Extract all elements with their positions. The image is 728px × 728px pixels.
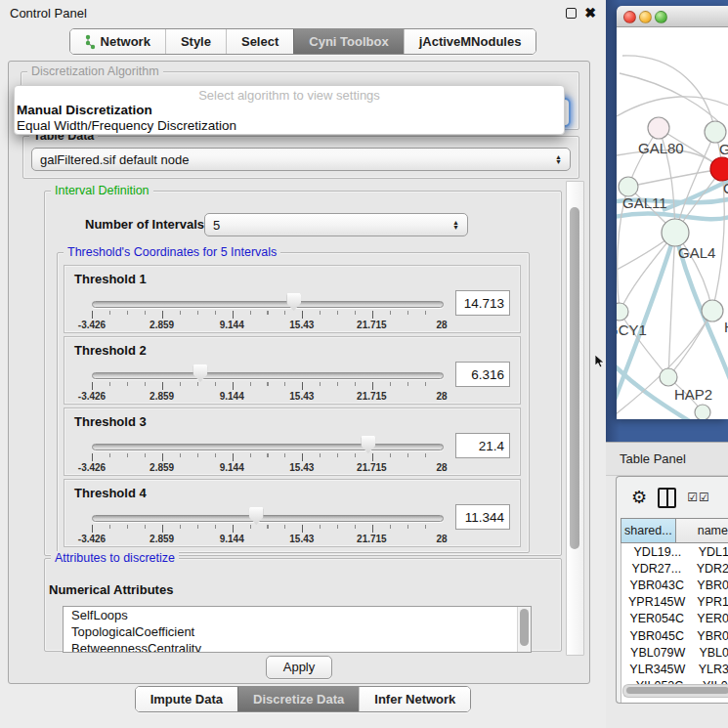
cyni-toolbox-panel: Discretization Algorithm Table Data galF… [8, 61, 590, 684]
threshold-slider[interactable]: -3.4262.8599.14415.4321.71528 [92, 266, 442, 332]
table-row[interactable]: YER054CYER0 [621, 611, 728, 627]
cell-shared-name[interactable]: YLR345W [621, 663, 694, 676]
table-rows[interactable]: YDL19...YDL1YDR27...YDR2YBR043CYBR0YPR14… [621, 543, 728, 703]
threshold-slider[interactable]: -3.4262.8599.14415.4321.71528 [92, 480, 442, 546]
apply-button[interactable]: Apply [266, 656, 332, 679]
dropdown-item-equal-width[interactable]: Equal Width/Frequency Discretization [15, 118, 564, 134]
network-node[interactable] [702, 300, 723, 321]
number-of-intervals-combobox[interactable]: 5 ▲▼ [204, 213, 468, 236]
threshold-box: Threshold 2 -3.4262.8599.14415.4321.7152… [64, 336, 521, 405]
network-node[interactable] [617, 303, 628, 321]
table-row[interactable]: YBR043CYBR0 [621, 577, 728, 593]
slider-track[interactable] [92, 301, 444, 308]
dropdown-prompt-item[interactable]: Select algorithm to view settings [15, 86, 564, 103]
table-row[interactable]: YPR145WYPR1 [621, 594, 728, 611]
cell-name[interactable]: YDL1 [694, 545, 728, 559]
close-icon[interactable]: ✖ [584, 7, 596, 19]
cell-shared-name[interactable]: YBR043C [621, 578, 692, 592]
cell-name[interactable]: YBR0 [692, 629, 728, 643]
column-header-name[interactable]: name [676, 518, 728, 543]
tick-label: 21.715 [357, 534, 387, 544]
tab-select[interactable]: Select [226, 29, 293, 54]
thresholds-group: Threshold's Coordinates for 5 Intervals … [57, 252, 530, 553]
table-data-combobox[interactable]: galFiltered.sif default node ▲▼ [31, 148, 571, 171]
cell-name[interactable]: YLR3 [694, 663, 728, 676]
mac-zoom-icon[interactable] [655, 11, 667, 23]
table-row[interactable]: YBL079WYBL0 [621, 644, 728, 661]
network-canvas[interactable]: GAL80GACGAL11GAL4GCY1HHAP2 [617, 27, 728, 419]
cell-shared-name[interactable]: YDL19... [621, 545, 694, 559]
tick-label: 15.43 [289, 534, 314, 544]
top-tab-bar: Network Style Select Cyni Toolbox jActiv… [0, 28, 606, 55]
network-node[interactable] [705, 121, 726, 143]
select-columns-icon[interactable]: ☑☑ [687, 491, 710, 504]
mac-minimize-icon[interactable] [639, 11, 652, 23]
slider-thumb[interactable] [286, 293, 301, 311]
table-row[interactable]: YLR345WYLR3 [621, 661, 728, 677]
slider-track[interactable] [92, 515, 444, 522]
tab-style[interactable]: Style [165, 29, 226, 54]
slider-ticks [92, 382, 442, 390]
float-window-icon[interactable] [566, 8, 577, 19]
tab-impute-data[interactable]: Impute Data [136, 687, 237, 711]
tick-label: 2.859 [150, 534, 174, 544]
cell-name[interactable]: YER0 [692, 612, 728, 625]
threshold-slider[interactable]: -3.4262.8599.14415.4321.71528 [92, 408, 442, 475]
table-row[interactable]: YDL19...YDL1 [621, 543, 728, 560]
threshold-value-field[interactable]: 14.713 [455, 290, 510, 316]
attribute-list-item[interactable]: BetweennessCentrality [64, 640, 531, 653]
network-node[interactable] [710, 157, 728, 181]
slider-thumb[interactable] [361, 436, 375, 453]
network-node[interactable] [619, 177, 638, 196]
cell-name[interactable]: YPR1 [692, 595, 728, 609]
table-row[interactable]: YBR045CYBR0 [621, 627, 728, 644]
column-header-shared-name[interactable]: shared... [621, 518, 676, 543]
table-row[interactable]: YDR27...YDR2 [621, 560, 728, 577]
numerical-attributes-list[interactable]: SelfLoopsTopologicalCoefficientBetweenne… [63, 606, 532, 653]
mac-close-icon[interactable] [623, 11, 636, 23]
threshold-value-field[interactable]: 21.4 [455, 433, 510, 458]
tick-label: 28 [436, 534, 447, 544]
tab-network[interactable]: Network [70, 29, 165, 54]
control-panel-titlebar: Control Panel ✖ [0, 0, 606, 25]
gear-icon[interactable]: ⚙ [631, 489, 647, 506]
slider-track[interactable] [92, 444, 444, 450]
cell-name[interactable]: YDR2 [692, 562, 728, 576]
network-node[interactable] [648, 117, 669, 139]
network-node[interactable] [695, 405, 710, 419]
cell-shared-name[interactable]: YDR27... [621, 562, 692, 576]
slider-scale: -3.4262.8599.14415.4321.71528 [92, 391, 442, 402]
tab-infer-network[interactable]: Infer Network [359, 687, 470, 711]
cell-shared-name[interactable]: YBL079W [621, 646, 694, 660]
node-label: C [723, 180, 728, 196]
tick-label: 15.43 [289, 462, 314, 473]
threshold-value-field[interactable]: 6.316 [455, 362, 510, 387]
tab-discretize-data[interactable]: Discretize Data [237, 687, 359, 711]
network-node[interactable] [660, 368, 677, 386]
dropdown-item-manual-discretization[interactable]: Manual Discretization [15, 103, 564, 118]
network-node[interactable] [662, 219, 689, 246]
attribute-list-item[interactable]: SelfLoops [64, 607, 531, 623]
tick-label: 28 [436, 391, 447, 402]
settings-scroll-area: Interval Definition Number of Intervals … [36, 181, 579, 654]
tab-jactivemnodules[interactable]: jActiveMNodules [404, 29, 536, 54]
attributes-list-scrollbar[interactable] [517, 607, 531, 652]
table-horizontal-scrollbar[interactable] [622, 684, 728, 698]
cell-name[interactable]: YBR0 [692, 578, 728, 592]
discretization-algorithm-title: Discretization Algorithm [27, 64, 163, 78]
threshold-slider[interactable]: -3.4262.8599.14415.4321.71528 [92, 337, 442, 404]
slider-ticks [92, 525, 442, 533]
tab-cyni-toolbox[interactable]: Cyni Toolbox [293, 29, 403, 54]
cell-shared-name[interactable]: YBR045C [621, 629, 692, 643]
threshold-value-field[interactable]: 11.344 [455, 504, 510, 530]
column-layout-icon[interactable] [658, 488, 676, 508]
cell-shared-name[interactable]: YPR145W [621, 595, 692, 609]
slider-thumb[interactable] [249, 507, 264, 525]
settings-vertical-scrollbar[interactable] [566, 181, 584, 656]
slider-track[interactable] [92, 372, 444, 379]
bottom-tab-bar: Impute Data Discretize Data Infer Networ… [0, 686, 606, 712]
cell-shared-name[interactable]: YER054C [621, 612, 692, 625]
attribute-list-item[interactable]: TopologicalCoefficient [64, 623, 531, 640]
slider-thumb[interactable] [193, 364, 207, 382]
cell-name[interactable]: YBL0 [694, 646, 728, 660]
